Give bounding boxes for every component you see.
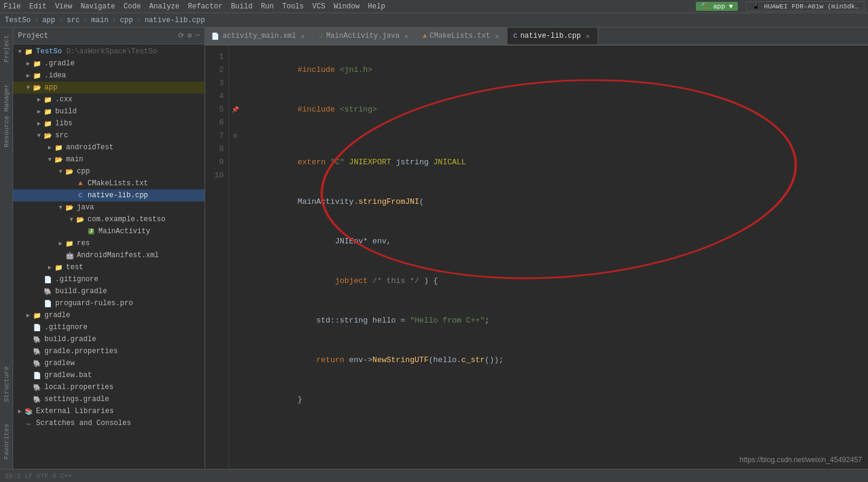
sidebar-tab-structure[interactable]: Structure — [2, 364, 11, 404]
tree-item-gradlew[interactable]: 🐘 gradlew — [13, 357, 205, 369]
tab-activity-xml[interactable]: 📄 activity_main.xml ✕ — [205, 28, 313, 44]
breadcrumb: TestSo › app › src › main › cpp › native… — [0, 13, 868, 28]
tree-item-nativelib[interactable]: C native-lib.cpp — [13, 189, 205, 201]
project-panel-header: Project ⟳ ⚙ — — [13, 28, 205, 44]
code-line-2: #include <string> — [251, 90, 868, 129]
menu-vcs[interactable]: VCS — [313, 2, 326, 11]
tree-item-res[interactable]: ▶ 📁 res — [13, 237, 205, 249]
tree-item-buildgradle-app[interactable]: 🐘 build.gradle — [13, 285, 205, 297]
tree-item-test[interactable]: ▶ 📁 test — [13, 261, 205, 273]
menu-bar: File Edit View Navigate Code Analyze Ref… — [0, 0, 868, 13]
menu-build[interactable]: Build — [231, 2, 253, 11]
breadcrumb-item-src[interactable]: src — [67, 16, 80, 25]
gutter: 📌 ▽ — [229, 46, 241, 469]
tree-item-gitignore-app[interactable]: 📄 .gitignore — [13, 273, 205, 285]
code-editor[interactable]: 1 2 3 4 5 6 7 8 9 10 📌 ▽ — [205, 46, 868, 469]
editor-area: 📄 activity_main.xml ✕ J MainActivity.jav… — [205, 28, 868, 469]
tree-item-src[interactable]: ▼ 📂 src — [13, 129, 205, 141]
tabs-bar: 📄 activity_main.xml ✕ J MainActivity.jav… — [205, 28, 868, 46]
tree-item-localprops[interactable]: 🐘 local.properties — [13, 381, 205, 393]
close-tab-nativelib[interactable]: ✕ — [584, 32, 591, 41]
tree-item-manifest[interactable]: 🤖 AndroidManifest.xml — [13, 249, 205, 261]
tree-item-cxx[interactable]: ▶ 📁 .cxx — [13, 94, 205, 106]
status-bar: 10:1 LF UTF-8 C++ — [0, 469, 868, 482]
code-line-1: #include <jni.h> — [251, 50, 868, 90]
close-tab-cmake[interactable]: ✕ — [493, 32, 501, 41]
tree-item-gradleprops[interactable]: 🐘 gradle.properties — [13, 345, 205, 357]
status-text: 10:1 LF UTF-8 C++ — [5, 472, 72, 480]
tree-item-cpp[interactable]: ▼ 📂 cpp — [13, 165, 205, 177]
tree-item-libs[interactable]: ▶ 📁 libs — [13, 118, 205, 129]
sidebar-tab-favorites[interactable]: Favorites — [2, 421, 11, 462]
sidebar-tab-project[interactable]: Project — [2, 32, 11, 65]
tab-cmakelists[interactable]: ▲ CMakeLists.txt ✕ — [417, 28, 507, 44]
tree-item-gradle-root[interactable]: ▶ 📁 gradle — [13, 309, 205, 321]
watermark: https://blog.csdn.net/weixin_45492457 — [740, 456, 862, 464]
tree-item-gradle[interactable]: ▶ 📁 .gradle — [13, 58, 205, 70]
code-line-3 — [251, 129, 868, 143]
code-line-5: MainActivity.stringFromJNI( — [251, 182, 868, 222]
tree-item-cmakelists[interactable]: ▲ CMakeLists.txt — [13, 177, 205, 189]
tab-nativelib[interactable]: C native-lib.cpp ✕ — [507, 28, 598, 44]
code-line-8: std::string hello = "Hello from C++"; — [251, 301, 868, 341]
code-line-9: return env->NewStringUTF(hello.c_str()); — [251, 341, 868, 380]
project-title: Project — [18, 32, 48, 40]
tree-item-gitignore-root[interactable]: 📄 .gitignore — [13, 321, 205, 333]
line-numbers: 1 2 3 4 5 6 7 8 9 10 — [205, 46, 229, 469]
code-line-4: extern "C" JNIEXPORT jstring JNICALL — [251, 143, 868, 182]
settings-icon[interactable]: ⚙ — [188, 31, 192, 40]
sync-icon[interactable]: ⟳ — [178, 31, 184, 40]
project-panel: Project ⟳ ⚙ — ▼ 📁 TestSo D:\asWorkSpace\… — [13, 28, 205, 469]
tab-mainactivity-java[interactable]: J MainActivity.java ✕ — [313, 28, 417, 44]
menu-help[interactable]: Help — [368, 2, 385, 11]
menu-view[interactable]: View — [55, 2, 73, 11]
tree-item-mainactivity[interactable]: J MainActivity — [13, 225, 205, 237]
breadcrumb-item-app[interactable]: app — [42, 16, 55, 25]
code-line-6: JNIEnv* env, — [251, 222, 868, 261]
sidebar-tab-resource[interactable]: Resource Manager — [2, 82, 11, 150]
tree-item-scratches[interactable]: ✏️ Scratches and Consoles — [13, 417, 205, 429]
tree-item-settings[interactable]: 🐘 settings.gradle — [13, 393, 205, 405]
breadcrumb-item-testso[interactable]: TestSo — [5, 16, 31, 25]
menu-window[interactable]: Window — [334, 2, 359, 11]
tree-item-build[interactable]: ▶ 📁 build — [13, 106, 205, 118]
device-label: 📱 HUAWEI FDR-A01w (minSdk… — [746, 1, 864, 11]
tree-root[interactable]: ▼ 📁 TestSo D:\asWorkSpace\TestSo — [13, 46, 205, 58]
tree-item-gradlew-bat[interactable]: 📄 gradlew.bat — [13, 369, 205, 381]
menu-tools[interactable]: Tools — [283, 2, 304, 11]
breadcrumb-item-cpp[interactable]: cpp — [120, 16, 133, 25]
breadcrumb-item-file[interactable]: native-lib.cpp — [145, 16, 205, 25]
menu-code[interactable]: Code — [124, 2, 141, 11]
tree-item-com[interactable]: ▼ 📂 com.example.testso — [13, 213, 205, 225]
close-tab-mainactivity[interactable]: ✕ — [403, 32, 410, 41]
breadcrumb-item-main[interactable]: main — [91, 16, 109, 25]
menu-edit[interactable]: Edit — [29, 2, 47, 11]
code-line-7: jobject /* this */ ) { — [251, 261, 868, 301]
tree-item-java[interactable]: ▼ 📂 java — [13, 201, 205, 213]
menu-navigate[interactable]: Navigate — [80, 2, 115, 11]
hammer-icon[interactable]: 🔨 app ▼ — [696, 2, 738, 11]
tree-item-idea[interactable]: ▶ 📁 .idea — [13, 70, 205, 82]
code-line-10: } — [251, 380, 868, 420]
tree-item-androidtest[interactable]: ▶ 📁 androidTest — [13, 141, 205, 153]
tree-item-proguard[interactable]: 📄 proguard-rules.pro — [13, 297, 205, 309]
collapse-icon[interactable]: — — [196, 31, 200, 40]
menu-refactor[interactable]: Refactor — [188, 2, 223, 11]
project-tree: ▼ 📁 TestSo D:\asWorkSpace\TestSo ▶ 📁 .gr… — [13, 44, 205, 469]
menu-file[interactable]: File — [4, 2, 21, 11]
tree-item-app[interactable]: ▼ 📂 app — [13, 82, 205, 94]
tree-item-main[interactable]: ▼ 📂 main — [13, 153, 205, 165]
close-tab-activity[interactable]: ✕ — [299, 32, 307, 41]
code-lines[interactable]: #include <jni.h> #include <string> exter… — [241, 46, 868, 469]
menu-run[interactable]: Run — [261, 2, 274, 11]
tree-item-buildgradle-root[interactable]: 🐘 build.gradle — [13, 333, 205, 345]
tree-item-external[interactable]: ▶ 📚 External Libraries — [13, 405, 205, 417]
left-sidebar-icons: Project Resource Manager Structure Favor… — [0, 28, 13, 469]
menu-analyze[interactable]: Analyze — [149, 2, 179, 11]
